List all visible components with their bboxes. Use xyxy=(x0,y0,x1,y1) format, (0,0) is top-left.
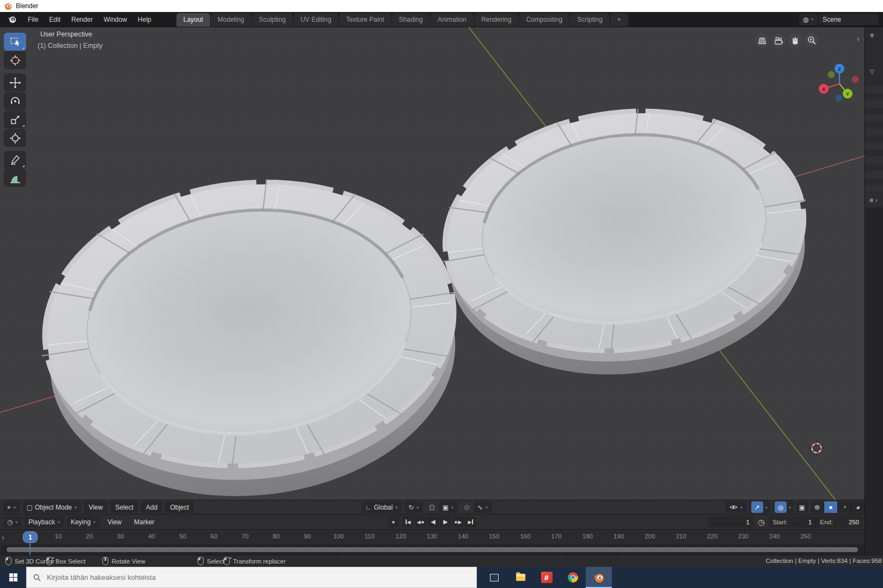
current-frame-field[interactable]: 1 xyxy=(708,516,753,528)
xray-toggle[interactable]: ▣ xyxy=(796,501,808,513)
pan-view-button[interactable] xyxy=(788,33,802,48)
workspace-tab[interactable]: + xyxy=(610,13,628,27)
annotate-tool-button[interactable] xyxy=(4,151,26,169)
workspace-tab[interactable]: Compositing xyxy=(519,13,569,27)
gizmo-axis-neg-y[interactable] xyxy=(828,71,835,78)
pivot-point-dropdown[interactable]: ↻ ∨ xyxy=(404,501,423,513)
timeline-view-menu[interactable]: View xyxy=(102,516,126,528)
properties-editor-type-button[interactable]: ≡ ∨ xyxy=(865,193,883,207)
outliner-filter-icon[interactable]: ▽ xyxy=(870,69,874,75)
task-view-button[interactable] xyxy=(481,567,507,588)
snap-target-dropdown[interactable]: ▣ ∨ xyxy=(439,501,458,513)
scene-name-field[interactable]: Scene xyxy=(819,14,879,25)
rotate-tool-button[interactable] xyxy=(4,92,26,110)
editor-type-button[interactable]: ⌖ ∨ xyxy=(3,501,20,513)
previous-keyframe-button[interactable]: ◀◆ xyxy=(415,516,426,528)
scene-browser-button[interactable]: ◍ ∨ xyxy=(799,14,818,25)
falloff-dropdown[interactable]: ∿ ∨ xyxy=(474,501,492,513)
workspace-tab[interactable]: Animation xyxy=(431,13,474,27)
playback-dropdown[interactable]: Playback ∨ xyxy=(24,516,64,528)
sidebar-collapse-arrow[interactable]: ‹ xyxy=(857,34,860,43)
next-keyframe-button[interactable]: ◆▶ xyxy=(452,516,464,528)
status-bar: Set 3D Cursor Box Select Rotate View Sel… xyxy=(0,555,883,567)
viewport-3d[interactable]: User Perspective (1) Collection | Empty xyxy=(0,27,864,500)
gizmo-axis-neg-z[interactable] xyxy=(836,95,843,102)
timeline-marker-menu[interactable]: Marker xyxy=(129,516,159,528)
workspace-tab[interactable]: Layout xyxy=(176,13,210,27)
shading-rendered-button[interactable]: ◕ xyxy=(851,501,864,513)
blender-taskbar-button[interactable] xyxy=(586,567,612,588)
search-input[interactable] xyxy=(46,573,451,582)
transform-orientation-dropdown[interactable]: ∟ Global ∨ xyxy=(361,501,402,513)
frame-end-field[interactable]: End: 250 xyxy=(816,516,863,528)
add-menu[interactable]: Add xyxy=(141,501,162,513)
taskbar-search-box[interactable] xyxy=(26,567,477,588)
move-tool-button[interactable] xyxy=(4,74,26,91)
workspace-tab[interactable]: Scripting xyxy=(570,13,610,27)
mode-dropdown[interactable]: ▢ Object Mode ∨ xyxy=(23,501,81,513)
frame-start-field[interactable]: Start: 1 xyxy=(769,516,815,528)
outliner-panel[interactable]: ≡ ▽ xyxy=(865,27,883,193)
menu-item[interactable]: Edit xyxy=(44,14,66,25)
timeline-track[interactable] xyxy=(0,544,864,555)
orthographic-grid-button[interactable] xyxy=(755,33,769,48)
mesh-objects[interactable] xyxy=(26,90,824,500)
play-button[interactable]: ▶ xyxy=(440,516,451,528)
proportional-editing-toggle[interactable]: ⊙ xyxy=(464,504,470,511)
timeline-scrollbar[interactable] xyxy=(7,547,858,552)
play-reverse-button[interactable]: ◀ xyxy=(427,516,439,528)
outliner-list-icon[interactable]: ≡ xyxy=(870,32,874,39)
chrome-button[interactable] xyxy=(560,567,586,588)
transform-tool-button[interactable] xyxy=(4,129,26,147)
hash-app-button[interactable]: # xyxy=(534,567,560,588)
gizmo-axis-neg-x[interactable] xyxy=(852,76,859,83)
workspace-tab[interactable]: Sculpting xyxy=(252,13,293,27)
keying-dropdown[interactable]: Keying ∨ xyxy=(67,516,100,528)
scale-tool-button[interactable] xyxy=(4,111,26,128)
timeline-ruler[interactable]: › 1 102030405060708090100110120130140150… xyxy=(0,529,864,544)
menu-item[interactable]: Render xyxy=(66,14,98,25)
shading-material-button[interactable]: ◔ xyxy=(838,501,851,513)
measure-tool-button[interactable] xyxy=(4,169,26,187)
gizmo-arrow-icon[interactable]: ↗ xyxy=(751,501,763,513)
stopwatch-icon[interactable]: ◷ xyxy=(758,518,764,526)
show-gizmo-toggle[interactable]: ↗ ∨ xyxy=(749,501,770,513)
workspace-tab[interactable]: Texture Paint xyxy=(339,13,391,27)
view-menu[interactable]: View xyxy=(84,501,108,513)
playhead-line[interactable] xyxy=(29,542,30,555)
viewport-canvas[interactable] xyxy=(0,27,864,500)
camera-view-button[interactable] xyxy=(771,33,786,48)
jump-to-start-button[interactable]: ◀ xyxy=(402,516,414,528)
blender-app-icon[interactable] xyxy=(8,15,17,23)
workspace-tab[interactable]: Rendering xyxy=(474,13,518,27)
shading-wireframe-button[interactable]: ⊕ xyxy=(811,501,824,513)
workspace-tab[interactable]: Modeling xyxy=(211,13,252,27)
navigation-gizmo[interactable]: Z X Y xyxy=(819,57,862,107)
zoom-view-button[interactable] xyxy=(804,33,819,47)
menu-item[interactable]: File xyxy=(22,14,44,25)
cursor-3d xyxy=(808,439,825,457)
snap-magnet-toggle[interactable]: Ω xyxy=(429,504,434,511)
record-button[interactable]: ● xyxy=(388,516,399,528)
workspace-tab[interactable]: UV Editing xyxy=(293,13,339,27)
object-visibility-dropdown[interactable]: ∨ xyxy=(726,501,747,513)
overlays-icon[interactable]: ◎ xyxy=(775,501,787,513)
timeline-editor-type-button[interactable]: ◷ ∨ xyxy=(3,516,22,528)
ruler-frame-number: 40 xyxy=(148,533,155,540)
workspace-tab[interactable]: Shading xyxy=(392,13,430,27)
shading-solid-button[interactable]: ● xyxy=(824,501,837,513)
jump-to-end-button[interactable]: ▶ xyxy=(465,516,476,528)
timeline-expand-arrow[interactable]: › xyxy=(2,533,4,542)
file-explorer-button[interactable] xyxy=(507,567,534,588)
select-menu[interactable]: Select xyxy=(111,501,138,513)
select-box-tool-button[interactable] xyxy=(4,33,26,51)
start-button[interactable] xyxy=(0,567,26,588)
menu-item[interactable]: Window xyxy=(98,14,132,25)
gizmo-x-label: X xyxy=(822,87,825,92)
current-frame-indicator[interactable]: 1 xyxy=(23,531,38,543)
object-menu[interactable]: Object xyxy=(165,501,194,513)
cursor-tool-button[interactable] xyxy=(4,51,26,69)
menu-item[interactable]: Help xyxy=(132,14,157,25)
move-icon xyxy=(9,77,21,89)
show-overlays-toggle[interactable]: ◎ ∨ xyxy=(772,501,794,513)
